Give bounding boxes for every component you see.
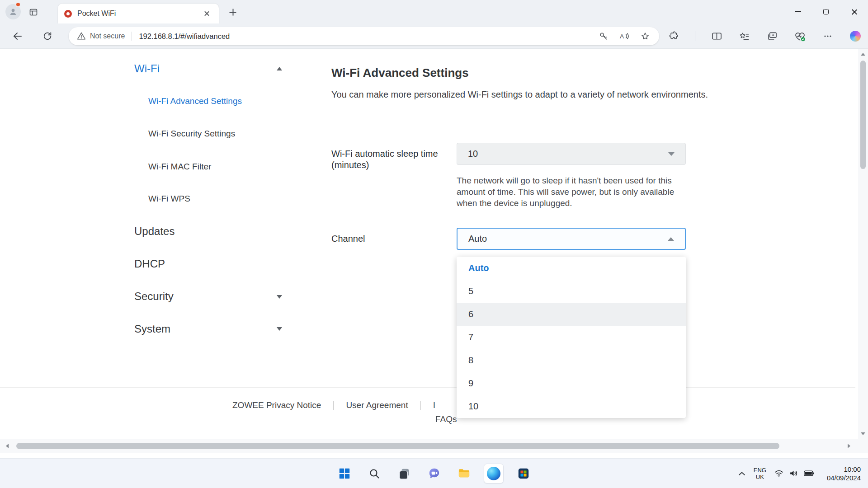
- vertical-scrollbar[interactable]: [858, 49, 868, 439]
- refresh-icon: [42, 31, 52, 41]
- sidebar-item-wifi[interactable]: Wi-Fi: [134, 62, 160, 75]
- edge-button[interactable]: [484, 464, 504, 483]
- channel-option-6[interactable]: 6: [457, 303, 686, 326]
- favorite-star-button[interactable]: [639, 30, 651, 42]
- tab-actions-button[interactable]: [28, 7, 39, 18]
- start-button[interactable]: [335, 464, 354, 483]
- copilot-button[interactable]: [849, 30, 862, 42]
- chevron-down-icon: [277, 295, 282, 299]
- scroll-left-button[interactable]: [3, 441, 12, 450]
- favorites-star-lines-icon: [739, 32, 750, 41]
- toolbar-icon-row: [667, 23, 862, 49]
- collections-icon: [767, 32, 778, 41]
- chevron-up-icon: [738, 471, 745, 476]
- plus-icon: [230, 9, 236, 16]
- show-hidden-icons-button[interactable]: [738, 471, 745, 476]
- address-bar[interactable]: Not secure 192.168.8.1/#/wifiadvanced A: [69, 27, 659, 45]
- settings-menu-button[interactable]: [821, 30, 834, 42]
- language-line1: ENG: [754, 467, 766, 474]
- browser-tab[interactable]: Pocket WiFi: [58, 4, 219, 23]
- refresh-button[interactable]: [41, 29, 54, 43]
- minimize-button[interactable]: [784, 0, 812, 23]
- channel-select[interactable]: Auto: [457, 228, 686, 250]
- triangle-down-icon: [861, 432, 865, 435]
- minimize-icon: [795, 11, 801, 12]
- privacy-notice-link[interactable]: ZOWEE Privacy Notice: [232, 400, 321, 410]
- back-arrow-icon: [12, 31, 23, 42]
- channel-option-8[interactable]: 8: [457, 349, 686, 372]
- sleep-time-label: Wi-Fi automatic sleep time (minutes): [331, 148, 457, 171]
- channel-option-auto[interactable]: Auto: [457, 257, 686, 280]
- folder-icon: [458, 467, 471, 480]
- passwords-button[interactable]: [598, 30, 609, 42]
- sidebar-item-wifi-advanced-settings[interactable]: Wi-Fi Advanced Settings: [148, 96, 242, 107]
- pocket-wifi-favicon: [64, 10, 72, 18]
- file-explorer-button[interactable]: [454, 464, 474, 483]
- sleep-time-select[interactable]: 10: [457, 143, 686, 165]
- footer-links: ZOWEE Privacy Notice User Agreement I: [232, 400, 435, 410]
- edge-icon: [487, 467, 500, 480]
- chat-icon: [428, 467, 441, 480]
- channel-value: Auto: [468, 234, 487, 244]
- sidebar-item-dhcp[interactable]: DHCP: [134, 257, 165, 271]
- chevron-down-icon: [668, 152, 675, 156]
- horizontal-scroll-thumb[interactable]: [16, 443, 779, 449]
- triangle-up-icon: [861, 53, 865, 56]
- close-button[interactable]: [840, 0, 868, 23]
- system-tray-icons[interactable]: [774, 469, 814, 477]
- tab-title: Pocket WiFi: [77, 9, 201, 18]
- wifi-icon: [774, 469, 783, 477]
- ellipsis-icon: [823, 32, 832, 41]
- language-indicator[interactable]: ENG UK: [754, 467, 766, 480]
- task-view-button[interactable]: [394, 464, 414, 483]
- vertical-scroll-thumb[interactable]: [860, 61, 866, 169]
- footer-divider: [0, 387, 855, 388]
- favorites-button[interactable]: [738, 30, 751, 42]
- back-button[interactable]: [11, 29, 24, 43]
- sidebar-item-wifi-wps[interactable]: Wi-Fi WPS: [148, 193, 190, 204]
- sidebar-item-security[interactable]: Security: [134, 290, 174, 303]
- channel-option-10[interactable]: 10: [457, 395, 686, 418]
- channel-option-5[interactable]: 5: [457, 280, 686, 303]
- browser-essentials-button[interactable]: [793, 30, 806, 42]
- windows-logo-icon: [338, 467, 351, 480]
- channel-option-7[interactable]: 7: [457, 326, 686, 349]
- search-button[interactable]: [364, 464, 384, 483]
- maximize-button[interactable]: [812, 0, 840, 23]
- scroll-right-button[interactable]: [844, 441, 854, 450]
- system-tray: ENG UK 10:00 04/09/2024: [738, 459, 861, 488]
- read-aloud-button[interactable]: A: [618, 30, 630, 42]
- extensions-button[interactable]: [667, 30, 680, 42]
- split-screen-button[interactable]: [711, 30, 723, 42]
- close-icon: [851, 9, 858, 15]
- battery-icon: [804, 470, 814, 476]
- faqs-link[interactable]: FAQs: [435, 414, 457, 424]
- toolbar-divider: [695, 31, 695, 41]
- partial-link[interactable]: I: [433, 400, 435, 410]
- warning-icon[interactable]: [77, 32, 86, 41]
- footer-link-divider: [333, 401, 334, 410]
- tab-close-button[interactable]: [201, 8, 212, 19]
- user-agreement-link[interactable]: User Agreement: [346, 400, 408, 410]
- channel-option-9[interactable]: 9: [457, 372, 686, 395]
- notification-dot: [15, 2, 21, 7]
- scroll-up-button[interactable]: [858, 50, 868, 59]
- section-divider: [331, 115, 799, 115]
- taskbar: ENG UK 10:00 04/09/2024: [0, 458, 868, 488]
- window-icon: [29, 8, 38, 17]
- language-line2: UK: [754, 474, 766, 480]
- sidebar-item-wifi-security-settings[interactable]: Wi-Fi Security Settings: [148, 128, 235, 139]
- svg-text:A: A: [620, 33, 624, 40]
- sidebar-item-wifi-mac-filter[interactable]: Wi-Fi MAC Filter: [148, 161, 211, 172]
- new-tab-button[interactable]: [227, 6, 239, 18]
- taskbar-center-icons: [335, 459, 533, 488]
- chat-button[interactable]: [424, 464, 444, 483]
- collections-button[interactable]: [766, 30, 778, 42]
- clock[interactable]: 10:00 04/09/2024: [827, 465, 861, 482]
- microsoft-store-button[interactable]: [514, 464, 533, 483]
- scroll-down-button[interactable]: [858, 429, 868, 438]
- horizontal-scrollbar[interactable]: [0, 439, 868, 453]
- channel-dropdown: Auto 5 6 7 8 9 10: [457, 257, 686, 418]
- sidebar-item-system[interactable]: System: [134, 322, 170, 336]
- sidebar-item-updates[interactable]: Updates: [134, 225, 175, 238]
